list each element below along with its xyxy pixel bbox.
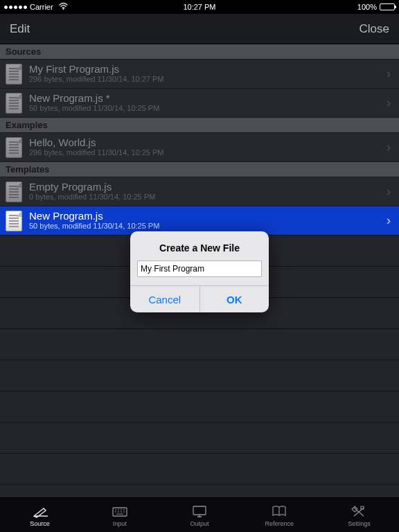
tab-reference[interactable]: Reference [240, 498, 319, 532]
pen-paper-icon [31, 504, 49, 519]
tab-label: Input [113, 520, 127, 527]
tab-bar: SourceInputOutputReferenceSettings [0, 497, 399, 532]
tab-label: Settings [348, 520, 371, 527]
tab-output[interactable]: Output [159, 498, 239, 532]
cancel-button[interactable]: Cancel [130, 286, 200, 312]
keyboard-icon [111, 504, 129, 519]
dialog-title: Create a New File [137, 242, 262, 254]
tab-source[interactable]: Source [0, 498, 80, 532]
tab-label: Output [190, 520, 209, 527]
tab-input[interactable]: Input [80, 498, 159, 532]
ok-button[interactable]: OK [200, 286, 269, 312]
new-file-dialog: Create a New File Cancel OK [130, 231, 269, 312]
modal-overlay: Create a New File Cancel OK [0, 0, 399, 532]
book-icon [270, 504, 288, 519]
monitor-icon [190, 504, 209, 519]
tab-label: Source [30, 520, 50, 527]
tab-settings[interactable]: Settings [319, 498, 399, 532]
filename-input[interactable] [137, 260, 262, 277]
tools-icon [350, 504, 368, 519]
tab-label: Reference [265, 520, 294, 527]
svg-rect-2 [193, 506, 206, 515]
